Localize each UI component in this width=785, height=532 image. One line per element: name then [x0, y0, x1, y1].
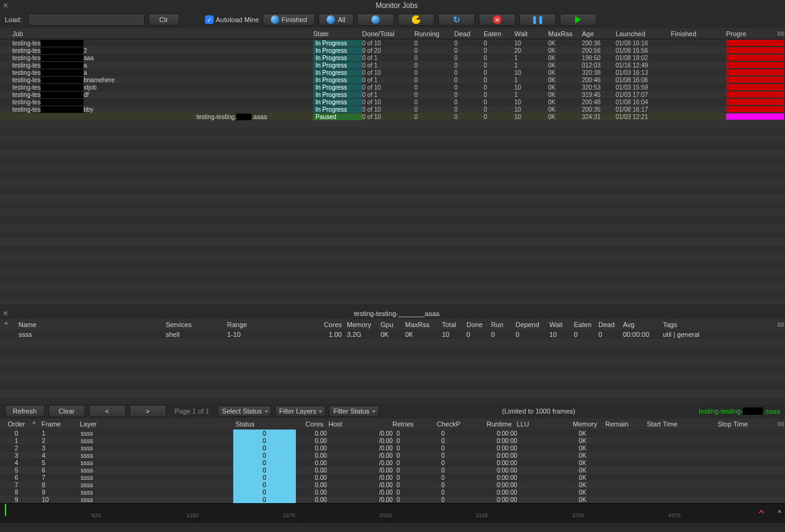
- frame-row[interactable]: 56ssss00.00/0.00000:00:000K: [0, 466, 785, 474]
- col-remain[interactable]: Remain: [605, 420, 646, 428]
- col-eaten[interactable]: Eaten: [484, 30, 514, 37]
- col-run[interactable]: Run: [491, 321, 516, 328]
- close-icon[interactable]: ✕: [2, 309, 9, 318]
- col-wait[interactable]: Wait: [549, 321, 574, 328]
- frames-body[interactable]: 01ssss00.00/0.00000:00:000K12ssss00.00/0…: [0, 430, 785, 503]
- columns-config-icon[interactable]: [776, 322, 785, 328]
- jobs-body[interactable]: testing-tesxxxxxxxxxxxxxxIn Progress0 of…: [0, 39, 785, 308]
- col-dead[interactable]: Dead: [598, 321, 623, 328]
- globe-button[interactable]: [357, 13, 394, 26]
- col-gpu[interactable]: Gpu: [381, 321, 405, 328]
- frames-header[interactable]: Order ^ Frame Layer Status Cores Host Re…: [0, 418, 785, 430]
- col-frame[interactable]: Frame: [41, 420, 80, 428]
- filter-status-dropdown[interactable]: Filter Status: [329, 406, 379, 417]
- job-row[interactable]: testing-tesxxxxxxxxxxxxxxbnamehereIn Pro…: [0, 76, 785, 83]
- col-running[interactable]: Running: [414, 30, 454, 37]
- col-state[interactable]: State: [313, 30, 362, 37]
- job-row[interactable]: testing-tesxxxxxxxxxxxxxxaIn Progress0 o…: [0, 69, 785, 76]
- col-name[interactable]: Name: [12, 321, 166, 328]
- col-dead[interactable]: Dead: [454, 30, 484, 37]
- col-done-total[interactable]: Done/Total: [362, 30, 414, 37]
- col-services[interactable]: Services: [166, 321, 227, 328]
- job-row[interactable]: testing-tesxxxxxxxxxxxxxxstjobIn Progres…: [0, 83, 785, 91]
- frame-row[interactable]: 67ssss00.00/0.00000:00:000K: [0, 474, 785, 481]
- filter-layers-dropdown[interactable]: Filter Layers: [275, 406, 326, 417]
- job-row[interactable]: testing-tesxxxxxxxxxxxxxxdfIn Progress0 …: [0, 91, 785, 98]
- col-memory[interactable]: Memory: [573, 420, 605, 428]
- layer-row[interactable]: ssss shell 1-10 1.00 3.2G 0K 0K 10 0 0 0…: [0, 330, 785, 339]
- jobs-table-header[interactable]: Job State Done/Total Running Dead Eaten …: [0, 28, 785, 39]
- job-link[interactable]: testing-testing-xxxxxx.aaaa: [698, 407, 780, 415]
- job-row[interactable]: testing-tesxxxxxxxxxxxxxxaaaIn Progress0…: [0, 54, 785, 61]
- timeline-expand-icon[interactable]: ^: [778, 509, 781, 517]
- col-status[interactable]: Status: [231, 420, 293, 428]
- col-runtime[interactable]: Runtime: [472, 420, 517, 428]
- job-row[interactable]: testing-tesxxxxxxxxxxxxxxaIn Progress0 o…: [0, 61, 785, 69]
- col-launched[interactable]: Launched: [616, 30, 671, 37]
- col-layer[interactable]: Layer: [80, 420, 231, 428]
- col-expand[interactable]: ^: [0, 321, 12, 328]
- columns-config-icon[interactable]: [776, 421, 785, 427]
- col-maxrss[interactable]: MaxRss: [548, 30, 582, 37]
- timeline-marker[interactable]: [5, 504, 6, 516]
- columns-config-icon[interactable]: [776, 31, 785, 37]
- col-sort[interactable]: ^: [33, 420, 41, 428]
- col-eaten[interactable]: Eaten: [574, 321, 598, 328]
- pause-button[interactable]: ❚❚: [519, 13, 556, 26]
- load-input[interactable]: [28, 13, 145, 26]
- pacman-button[interactable]: [398, 13, 435, 26]
- refresh-button[interactable]: Refresh: [5, 405, 45, 417]
- frame-row[interactable]: 34ssss00.00/0.00000:00:000K: [0, 452, 785, 459]
- col-finished[interactable]: Finished: [671, 30, 726, 37]
- col-memory[interactable]: Memory: [347, 321, 381, 328]
- col-depend[interactable]: Depend: [516, 321, 549, 328]
- col-range[interactable]: Range: [227, 321, 319, 328]
- col-done[interactable]: Done: [466, 321, 491, 328]
- select-status-dropdown[interactable]: Select Status: [218, 406, 271, 417]
- retry-button[interactable]: ↻: [438, 13, 475, 26]
- col-llu[interactable]: LLU: [517, 420, 573, 428]
- close-icon[interactable]: ✕: [2, 1, 9, 10]
- job-row[interactable]: testing-tesxxxxxxxxxxxxxx2In Progress0 o…: [0, 47, 785, 54]
- frame-row[interactable]: 12ssss00.00/0.00000:00:000K: [0, 437, 785, 444]
- frame-row[interactable]: 45ssss00.00/0.00000:00:000K: [0, 459, 785, 466]
- finished-button[interactable]: Finished: [263, 13, 315, 26]
- frame-row[interactable]: 23ssss00.00/0.00000:00:000K: [0, 444, 785, 452]
- timeline[interactable]: 625125018752500312537504375 ⌃ ^: [0, 503, 785, 523]
- layers-body[interactable]: ssss shell 1-10 1.00 3.2G 0K 0K 10 0 0 0…: [0, 330, 785, 404]
- col-job[interactable]: Job: [0, 30, 313, 37]
- layers-header[interactable]: ^ Name Services Range Cores Memory Gpu M…: [0, 319, 785, 330]
- prev-button[interactable]: <: [89, 405, 126, 417]
- col-cores[interactable]: Cores: [293, 420, 328, 428]
- clr-button[interactable]: Clr: [149, 13, 179, 26]
- job-row[interactable]: testing-tesxxxxxxxxxxxxxxIn Progress0 of…: [0, 98, 785, 106]
- all-button[interactable]: All: [319, 13, 353, 26]
- col-total[interactable]: Total: [442, 321, 466, 328]
- col-stop[interactable]: Stop Time: [717, 420, 776, 428]
- col-host[interactable]: Host: [328, 420, 392, 428]
- col-maxrss[interactable]: MaxRss: [405, 321, 442, 328]
- col-retries[interactable]: Retries: [392, 420, 436, 428]
- col-start[interactable]: Start Time: [647, 420, 718, 428]
- col-wait[interactable]: Wait: [514, 30, 548, 37]
- frame-row[interactable]: 910ssss00.00/0.00000:00:000K: [0, 496, 785, 503]
- autoload-checkbox[interactable]: ✓ Autoload Mine: [205, 15, 259, 24]
- job-link-suffix: .aaaa: [763, 407, 780, 415]
- col-tags[interactable]: Tags: [663, 321, 755, 328]
- job-row[interactable]: testing-tesxxxxxxxxxxxxxxIn Progress0 of…: [0, 39, 785, 47]
- col-age[interactable]: Age: [582, 30, 616, 37]
- frame-row[interactable]: 78ssss00.00/0.00000:00:000K: [0, 481, 785, 488]
- job-row[interactable]: testing-testing.xxxxx.aaaaPaused0 of 100…: [0, 113, 785, 120]
- col-progress[interactable]: Progre: [726, 30, 776, 37]
- play-button[interactable]: [560, 13, 597, 26]
- col-cores[interactable]: Cores: [319, 321, 347, 328]
- frame-row[interactable]: 01ssss00.00/0.00000:00:000K: [0, 430, 785, 437]
- col-checkp[interactable]: CheckP: [436, 420, 472, 428]
- next-button[interactable]: >: [130, 405, 166, 417]
- kill-button[interactable]: ✕: [479, 13, 516, 26]
- frame-row[interactable]: 89ssss00.00/0.00000:00:000K: [0, 488, 785, 496]
- job-row[interactable]: testing-tesxxxxxxxxxxxxxxbbyIn Progress0…: [0, 106, 785, 113]
- clear-button[interactable]: Clear: [48, 405, 85, 417]
- col-order[interactable]: Order: [0, 420, 33, 428]
- col-avg[interactable]: Avg: [623, 321, 663, 328]
